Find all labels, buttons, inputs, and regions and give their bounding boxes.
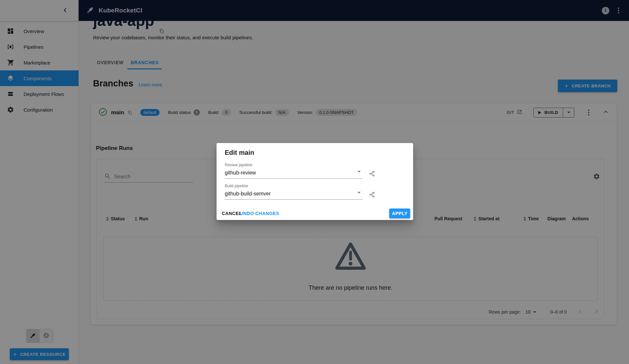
field-underline	[225, 178, 363, 179]
pipeline-diagram-icon[interactable]	[369, 191, 376, 199]
pipeline-diagram-icon[interactable]	[369, 170, 376, 178]
chevron-down-icon[interactable]	[357, 173, 361, 178]
review-pipeline-select[interactable]: github-review	[225, 170, 356, 176]
build-pipeline-select[interactable]: github-build-semver	[225, 191, 356, 197]
dialog-title: Edit main	[225, 149, 254, 156]
field-underline	[225, 199, 363, 200]
apply-button[interactable]: APPLY	[389, 209, 410, 218]
chevron-down-icon[interactable]	[357, 193, 361, 199]
build-pipeline-label: Build pipeline	[225, 184, 248, 188]
undo-changes-button[interactable]: UNDO CHANGES	[237, 209, 282, 218]
review-pipeline-label: Review pipeline	[225, 163, 252, 167]
edit-branch-dialog: Edit main Review pipeline github-review …	[217, 143, 413, 220]
app-screen: Overview Pipelines Marketplace Component…	[0, 0, 629, 364]
